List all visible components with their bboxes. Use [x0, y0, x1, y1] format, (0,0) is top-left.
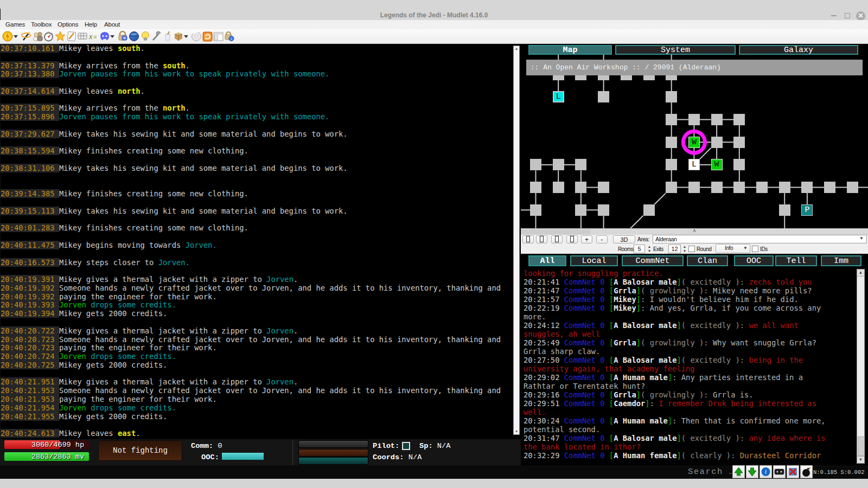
svg-text:x: x [88, 33, 93, 41]
svg-text:i: i [765, 468, 767, 476]
svg-text:=: = [93, 34, 97, 41]
